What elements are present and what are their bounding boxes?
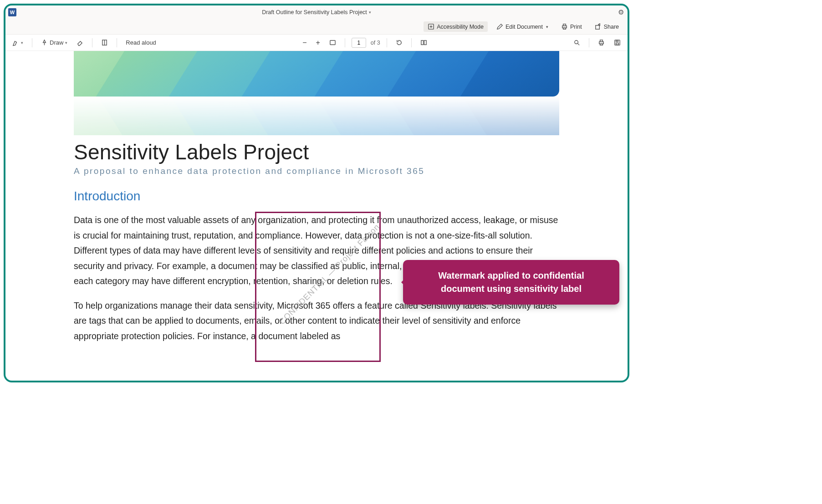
svg-rect-12 bbox=[600, 44, 603, 45]
print-toolbar-button[interactable] bbox=[596, 38, 607, 47]
title-bar: W Draft Outline for Sensitivity Labels P… bbox=[5, 5, 628, 19]
save-button[interactable] bbox=[612, 38, 623, 47]
app-window: W Draft Outline for Sensitivity Labels P… bbox=[4, 4, 629, 382]
svg-point-9 bbox=[575, 41, 578, 44]
print-button[interactable]: Print bbox=[557, 21, 586, 32]
svg-rect-2 bbox=[563, 24, 566, 26]
chevron-down-icon: ▾ bbox=[65, 41, 67, 45]
read-aloud-label: Read aloud bbox=[126, 39, 156, 46]
svg-rect-6 bbox=[330, 41, 335, 45]
edit-document-button[interactable]: Edit Document ▾ bbox=[492, 21, 552, 32]
document-content: Sensitivity Labels Project A proposal to… bbox=[74, 140, 559, 344]
edit-label: Edit Document bbox=[505, 24, 543, 30]
svg-rect-4 bbox=[596, 25, 599, 29]
header-banner bbox=[74, 51, 559, 135]
callout-line: Watermark applied to confidential bbox=[415, 269, 608, 282]
chevron-down-icon: ▾ bbox=[546, 25, 548, 29]
print-label: Print bbox=[570, 24, 582, 30]
settings-gear-icon[interactable]: ⚙ bbox=[618, 8, 624, 16]
svg-rect-14 bbox=[616, 43, 619, 45]
document-title-text: Draft Outline for Sensitivity Labels Pro… bbox=[262, 9, 367, 15]
svg-rect-13 bbox=[615, 40, 620, 45]
rotate-button[interactable] bbox=[393, 38, 405, 47]
chevron-down-icon: ▾ bbox=[21, 41, 23, 45]
fit-page-button[interactable] bbox=[327, 38, 338, 47]
accessibility-label: Accessibility Mode bbox=[437, 24, 484, 30]
print-icon bbox=[561, 23, 568, 30]
page-count-label: of 3 bbox=[371, 40, 380, 46]
annotation-callout: Watermark applied to confidential docume… bbox=[403, 260, 619, 305]
section-heading: Introduction bbox=[74, 189, 559, 204]
document-heading: Sensitivity Labels Project bbox=[74, 140, 559, 164]
draw-label: Draw bbox=[50, 39, 63, 46]
separator bbox=[345, 38, 345, 47]
separator bbox=[117, 38, 117, 47]
search-button[interactable] bbox=[571, 38, 582, 47]
body-paragraph: To help organizations manage their data … bbox=[74, 298, 559, 344]
separator bbox=[92, 38, 92, 47]
svg-rect-3 bbox=[563, 28, 566, 29]
pencil-icon bbox=[496, 23, 503, 30]
separator bbox=[589, 38, 589, 47]
share-icon bbox=[595, 23, 602, 30]
accessibility-icon bbox=[428, 23, 434, 30]
svg-rect-7 bbox=[421, 41, 424, 45]
callout-line: document using sensitivity label bbox=[415, 282, 608, 295]
svg-rect-11 bbox=[600, 40, 603, 42]
read-aloud-button[interactable]: Read aloud bbox=[123, 38, 158, 47]
eraser-button[interactable] bbox=[74, 38, 86, 47]
accessibility-mode-button[interactable]: Accessibility Mode bbox=[424, 21, 488, 32]
page-layout-button[interactable] bbox=[418, 38, 429, 47]
highlighter-button[interactable]: ▾ bbox=[10, 38, 26, 47]
page-view-button[interactable] bbox=[99, 38, 110, 47]
zoom-out-button[interactable]: − bbox=[300, 37, 309, 48]
command-bar: Accessibility Mode Edit Document ▾ Print… bbox=[5, 19, 628, 35]
separator bbox=[32, 38, 32, 47]
share-button[interactable]: Share bbox=[591, 21, 623, 32]
separator bbox=[411, 38, 412, 47]
word-app-icon: W bbox=[8, 8, 16, 16]
document-viewport[interactable]: Sensitivity Labels Project A proposal to… bbox=[5, 51, 628, 381]
zoom-in-button[interactable]: + bbox=[313, 37, 322, 48]
svg-rect-8 bbox=[424, 41, 426, 45]
separator bbox=[387, 38, 387, 47]
reader-toolbar: ▾ Draw ▾ Read aloud − + bbox=[5, 35, 628, 51]
chevron-down-icon: ▾ bbox=[369, 10, 371, 15]
document-subtitle: A proposal to enhance data protection an… bbox=[74, 166, 559, 176]
draw-button[interactable]: Draw ▾ bbox=[39, 38, 70, 47]
share-label: Share bbox=[604, 24, 619, 30]
page-number-input[interactable] bbox=[352, 38, 366, 48]
document-title-dropdown[interactable]: Draft Outline for Sensitivity Labels Pro… bbox=[262, 9, 371, 15]
svg-rect-15 bbox=[616, 41, 618, 42]
